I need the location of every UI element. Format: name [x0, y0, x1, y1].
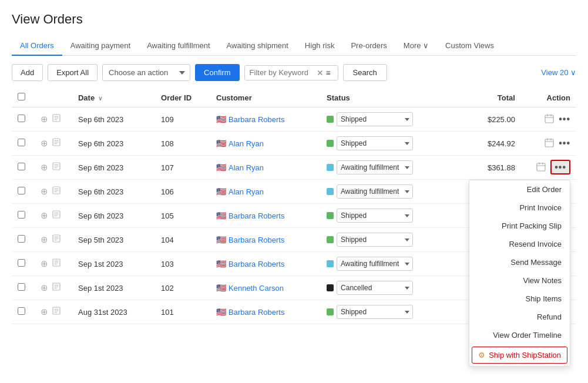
status-select[interactable]: Awaiting fulfillment: [337, 184, 413, 199]
status-select[interactable]: Awaiting fulfillment: [337, 160, 413, 174]
dropdown-item-4[interactable]: Send Message: [469, 253, 570, 271]
search-button[interactable]: Search: [343, 64, 387, 81]
header-date[interactable]: Date ∨: [72, 88, 155, 107]
action-dots-button[interactable]: •••: [559, 138, 570, 149]
confirm-button[interactable]: Confirm: [195, 64, 240, 81]
customer-link[interactable]: Barbara Roberts: [229, 236, 284, 244]
toolbar: Add Export All Choose an action Confirm …: [12, 64, 576, 81]
notes-row-icon[interactable]: [52, 211, 61, 220]
tab-all-orders[interactable]: All Orders: [12, 36, 62, 56]
dropdown-item-2[interactable]: Print Packing Slip: [469, 217, 570, 235]
status-select[interactable]: Shipped: [337, 305, 413, 319]
dropdown-item-7[interactable]: Refund: [469, 308, 570, 326]
dropdown-item-8[interactable]: View Order Timeline: [469, 326, 570, 344]
customer-link[interactable]: Barbara Roberts: [229, 260, 284, 268]
tab-custom-views[interactable]: Custom Views: [437, 36, 502, 56]
status-select[interactable]: Awaiting fulfillment: [337, 257, 413, 271]
filter-options-icon[interactable]: ≡: [326, 68, 331, 78]
header-status: Status: [321, 88, 459, 107]
action-dropdown-menu: Edit OrderPrint InvoicePrint Packing Sli…: [469, 180, 570, 367]
action-dots-button[interactable]: •••: [559, 114, 570, 125]
customer-link[interactable]: Barbara Roberts: [229, 115, 284, 124]
add-row-icon[interactable]: ⊕: [41, 138, 48, 148]
notes-row-icon[interactable]: [52, 163, 61, 172]
select-all-checkbox[interactable]: [18, 93, 25, 100]
tab-awaiting-payment[interactable]: Awaiting payment: [62, 36, 139, 56]
row-checkbox-107[interactable]: [18, 163, 25, 170]
status-select[interactable]: Shipped: [337, 233, 413, 247]
row-checkbox-109[interactable]: [18, 115, 25, 122]
table-row: ⊕ Sep 6th 2023108🇺🇸Alan Ryan Shipped $24…: [12, 132, 576, 156]
filter-input[interactable]: [250, 68, 314, 77]
status-wrapper: Shipped: [327, 112, 453, 126]
page-container: View Orders All Orders Awaiting payment …: [0, 0, 588, 383]
customer-link[interactable]: Barbara Roberts: [229, 308, 284, 317]
gear-icon: ⚙: [478, 351, 485, 360]
notes-row-icon[interactable]: [52, 236, 61, 244]
row-order-id: 104: [155, 228, 210, 252]
customer-link[interactable]: Alan Ryan: [229, 163, 264, 172]
calendar-icon[interactable]: [545, 114, 554, 125]
tab-high-risk[interactable]: High risk: [297, 36, 343, 56]
row-checkbox-102[interactable]: [18, 283, 25, 291]
table-row: ⊕ Sep 6th 2023107🇺🇸Alan Ryan Awaiting fu…: [12, 156, 576, 180]
add-row-icon[interactable]: ⊕: [41, 258, 48, 268]
action-select[interactable]: Choose an action: [102, 64, 190, 81]
dropdown-item-1[interactable]: Print Invoice: [469, 199, 570, 217]
export-all-button[interactable]: Export All: [48, 64, 98, 81]
calendar-icon[interactable]: [536, 162, 546, 173]
status-select[interactable]: Cancelled: [337, 281, 413, 295]
status-select[interactable]: Shipped: [337, 209, 413, 223]
add-row-icon[interactable]: ⊕: [41, 186, 48, 196]
action-dots-wrapper: ••• Edit OrderPrint InvoicePrint Packing…: [550, 162, 570, 173]
add-row-icon[interactable]: ⊕: [41, 162, 48, 172]
date-sort-icon: ∨: [98, 95, 102, 102]
row-checkbox-108[interactable]: [18, 139, 25, 146]
notes-row-icon[interactable]: [52, 260, 61, 268]
notes-row-icon[interactable]: [52, 139, 61, 148]
row-checkbox-103[interactable]: [18, 259, 25, 267]
dropdown-item-5[interactable]: View Notes: [469, 271, 570, 290]
row-checkbox-105[interactable]: [18, 211, 25, 219]
tab-more[interactable]: More ∨: [395, 36, 437, 56]
status-dot: [327, 116, 334, 123]
dropdown-item-6[interactable]: Ship Items: [469, 290, 570, 308]
tab-pre-orders[interactable]: Pre-orders: [342, 36, 395, 56]
customer-link[interactable]: Alan Ryan: [229, 187, 264, 196]
customer-link[interactable]: Alan Ryan: [229, 139, 264, 148]
add-row-icon[interactable]: ⊕: [41, 307, 48, 317]
orders-table: Date ∨ Order ID Customer Status Total Ac…: [12, 88, 576, 324]
customer-flag: 🇺🇸: [216, 283, 226, 293]
customer-link[interactable]: Barbara Roberts: [229, 211, 284, 220]
filter-clear-icon[interactable]: ✕: [317, 68, 324, 78]
row-order-id: 108: [155, 132, 210, 156]
notes-row-icon[interactable]: [52, 115, 61, 124]
status-dot: [327, 236, 334, 243]
action-dots-button[interactable]: •••: [550, 160, 570, 174]
dropdown-item-0[interactable]: Edit Order: [469, 180, 570, 199]
row-total: $361.88: [459, 156, 521, 180]
row-checkbox-104[interactable]: [18, 235, 25, 243]
row-checkbox-101[interactable]: [18, 307, 25, 315]
add-button[interactable]: Add: [12, 64, 43, 81]
add-row-icon[interactable]: ⊕: [41, 210, 48, 220]
customer-flag: 🇺🇸: [216, 259, 226, 268]
notes-row-icon[interactable]: [52, 187, 61, 196]
customer-link[interactable]: Kenneth Carson: [229, 284, 284, 293]
status-select[interactable]: Shipped: [337, 136, 413, 150]
status-select[interactable]: Shipped: [337, 112, 413, 126]
row-order-id: 105: [155, 204, 210, 228]
add-row-icon[interactable]: ⊕: [41, 283, 48, 293]
calendar-icon[interactable]: [545, 138, 554, 149]
tab-awaiting-shipment[interactable]: Awaiting shipment: [219, 36, 297, 56]
notes-row-icon[interactable]: [52, 308, 61, 317]
dropdown-item-shipstation[interactable]: ⚙Ship with ShipStation: [472, 347, 567, 364]
dropdown-item-3[interactable]: Resend Invoice: [469, 235, 570, 253]
add-row-icon[interactable]: ⊕: [41, 114, 48, 124]
add-row-icon[interactable]: ⊕: [41, 234, 48, 244]
row-date: Sep 6th 2023: [72, 156, 155, 180]
notes-row-icon[interactable]: [52, 284, 61, 293]
tab-awaiting-fulfillment[interactable]: Awaiting fulfillment: [139, 36, 218, 56]
row-checkbox-106[interactable]: [18, 187, 25, 194]
view-selector[interactable]: View 20 ∨: [541, 68, 576, 77]
